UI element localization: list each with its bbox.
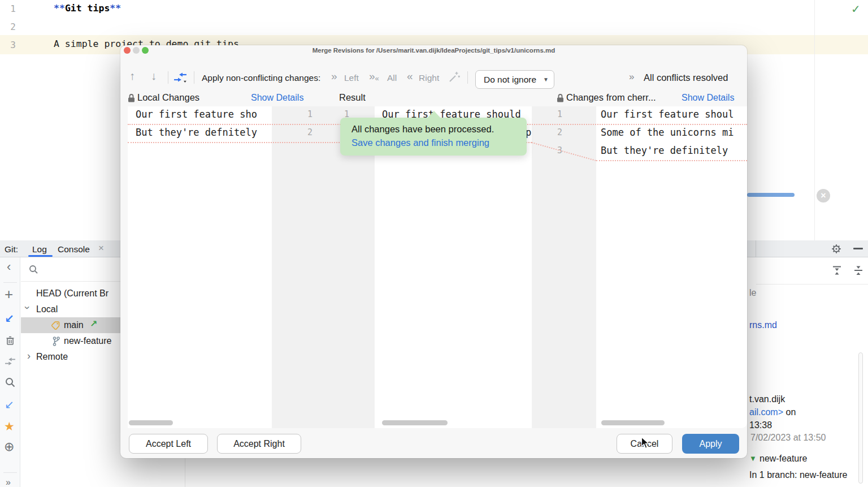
commit-author: t.van.dijk (749, 394, 785, 404)
tab-close-icon[interactable]: × (98, 243, 104, 253)
active-tab-underline (28, 255, 53, 257)
left-show-details-link[interactable]: Show Details (251, 93, 303, 103)
right-line-1: Our first feature shoul (601, 109, 734, 120)
apply-left-label[interactable]: Left (344, 73, 359, 83)
accept-left-label: Accept Left (146, 439, 191, 449)
hide-toolwindow-icon[interactable] (853, 248, 863, 249)
checkout-arrow-icon[interactable]: ↙ (5, 399, 14, 410)
search-icon (29, 265, 38, 274)
markdown-asterisks: ** (54, 3, 65, 14)
tree-label: main (64, 320, 84, 330)
magic-resolve-icon[interactable] (448, 71, 461, 83)
file-link[interactable]: rns.md (749, 320, 777, 330)
right-gutter-strip (532, 106, 596, 428)
dialog-title: Merge Revisions for /Users/marit.van.dij… (120, 47, 747, 54)
back-chevron-icon[interactable]: ‹ (7, 261, 11, 273)
sidebar-divider (3, 472, 17, 473)
apply-all-changes-icon[interactable] (173, 71, 187, 84)
ide-window: 1 2 3 **Git tips** A simple project to d… (0, 0, 868, 487)
details-toolbar (756, 257, 868, 285)
favorite-star-icon[interactable]: ★ (4, 420, 15, 432)
lock-icon (557, 93, 564, 102)
git-toolwindow-label: Git: (5, 244, 18, 255)
left-editor-scrollbar[interactable] (129, 420, 173, 425)
left-editor-pane[interactable]: Our first feature sho But they're defnit… (128, 106, 272, 428)
gutter-number: 2 (301, 127, 313, 137)
tooltip-action-link[interactable]: Save changes and finish merging (351, 137, 489, 148)
tree-label: Local (36, 304, 58, 314)
double-right-glyph: » (369, 70, 375, 82)
search-icon[interactable] (5, 377, 16, 388)
gutter-number: 1 (551, 109, 562, 119)
apply-all-label[interactable]: All (387, 73, 397, 83)
commit-details-panel: le rns.md t.van.dijk ail.com> on 13:38 7… (756, 257, 868, 487)
details-scrollbar[interactable] (858, 352, 863, 484)
progress-line (747, 193, 795, 197)
commit-date: 7/02/2023 at 13:50 (750, 433, 826, 443)
navigate-target-icon[interactable]: ⊕ (4, 441, 14, 453)
more-options-icon[interactable]: » (6, 478, 11, 487)
resolved-chevrons-icon[interactable]: » (629, 72, 634, 81)
tree-label: new-feature (64, 336, 112, 346)
left-line-2: But they're defnitely (136, 127, 257, 138)
branch-tag-icon: ▼ (749, 455, 757, 462)
tree-label: Remote (36, 352, 68, 362)
delete-icon[interactable] (6, 335, 15, 346)
notification-close-icon[interactable]: × (817, 189, 830, 202)
expand-all-icon[interactable] (832, 266, 842, 275)
inspections-ok-icon[interactable]: ✓ (851, 3, 861, 15)
gutter-line-number: 2 (2, 21, 16, 32)
result-editor-scrollbar[interactable] (382, 420, 448, 425)
right-editor-pane[interactable]: Our first feature shoul Some of the unic… (596, 106, 747, 428)
commit-email-line: ail.com> on (749, 407, 796, 417)
apply-all-icon[interactable]: »« (369, 71, 379, 82)
apply-nonconflicting-label: Apply non-conflicting changes: (202, 73, 320, 83)
tab-console[interactable]: Console (58, 244, 90, 255)
apply-right-icon[interactable]: « (407, 71, 413, 81)
tree-label: HEAD (Current Br (36, 288, 108, 299)
right-show-details-link[interactable]: Show Details (682, 93, 734, 103)
right-editor-scrollbar[interactable] (601, 420, 665, 425)
add-icon[interactable]: + (5, 287, 13, 301)
gutter-number: 1 (301, 109, 313, 119)
change-separator-line (596, 160, 747, 161)
cherry-pick-icon[interactable] (5, 356, 16, 367)
tooltip-pointer (428, 111, 440, 118)
ignore-policy-value: Do not ignore (484, 75, 536, 85)
chevron-down-icon[interactable]: › (23, 306, 33, 309)
update-arrow-icon[interactable]: ↙ (5, 313, 14, 324)
accept-right-button[interactable]: Accept Right (217, 434, 301, 454)
details-fragment: le (749, 288, 756, 298)
next-difference-icon[interactable]: ↓ (151, 70, 157, 81)
email-link[interactable]: ail.com> (749, 407, 783, 417)
right-line-2: Some of the unicorns mi (601, 127, 734, 138)
chevron-right-icon[interactable]: › (27, 351, 31, 361)
apply-right-label[interactable]: Right (419, 73, 439, 83)
tab-log[interactable]: Log (32, 244, 47, 255)
sidebar-divider (3, 282, 17, 283)
gutter-line-number: 1 (2, 3, 16, 14)
close-x-glyph: × (821, 191, 826, 201)
collapse-all-icon[interactable] (853, 266, 863, 275)
all-conflicts-resolved-label: All conflicts resolved (644, 72, 728, 83)
gear-icon[interactable] (831, 244, 841, 254)
prev-difference-icon[interactable]: ↑ (129, 70, 135, 81)
merge-dialog: Merge Revisions for /Users/marit.van.dij… (120, 45, 747, 458)
accept-right-label: Accept Right (233, 439, 285, 449)
header-divider (756, 240, 756, 257)
branch-icon (53, 337, 60, 346)
right-pane-title: Changes from cherr... (566, 92, 656, 103)
outgoing-arrow-icon: ↗ (90, 320, 97, 329)
toolbar-divider (194, 71, 194, 84)
ignore-policy-dropdown[interactable]: Do not ignore ▼ (475, 70, 554, 89)
accept-left-button[interactable]: Accept Left (129, 434, 208, 454)
toolbar-divider (168, 71, 168, 84)
toolbar-divider (467, 71, 468, 84)
editor-line-1: **Git tips** (54, 3, 121, 14)
gutter-line-number: 3 (2, 40, 16, 50)
left-line-1: Our first feature sho (136, 109, 257, 120)
git-sidebar: ‹ + ↙ ↙ ★ (0, 257, 20, 487)
apply-button[interactable]: Apply (682, 434, 739, 454)
apply-left-icon[interactable]: » (331, 71, 337, 81)
tooltip-message: All changes have been processed. (351, 124, 494, 135)
